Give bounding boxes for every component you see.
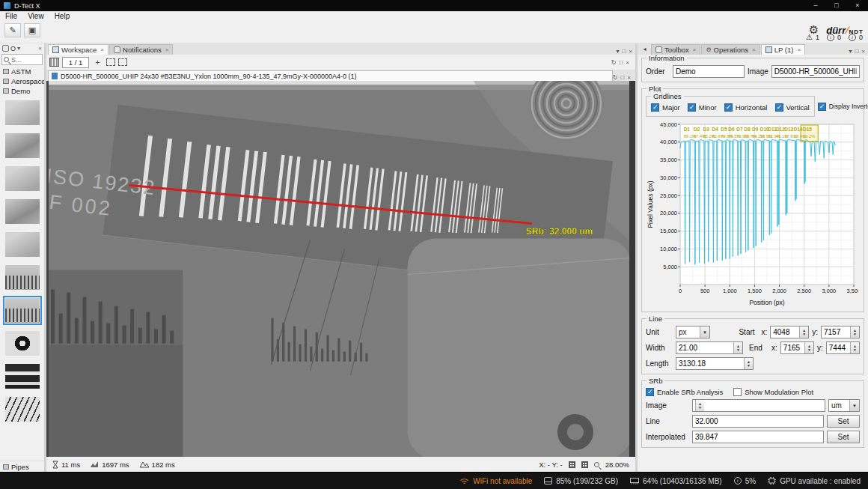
tab-close-icon[interactable]: × bbox=[165, 46, 169, 53]
tab-workspace[interactable]: Workspace × bbox=[48, 44, 109, 55]
end-x-field[interactable]: ▲▼ bbox=[780, 341, 814, 354]
checkbox-display-inverted[interactable]: Display Inverted Values bbox=[818, 96, 860, 117]
tab-close-icon[interactable]: × bbox=[100, 46, 104, 53]
chevron-down-icon[interactable]: ▼ bbox=[849, 400, 859, 411]
gpu-chip-icon bbox=[768, 477, 776, 485]
fit-view-icon[interactable]: □ bbox=[620, 74, 624, 81]
edit-report-button[interactable]: ✎ bbox=[4, 23, 21, 37]
spinner[interactable]: ▲▼ bbox=[804, 342, 813, 353]
menu-view[interactable]: View bbox=[22, 12, 49, 20]
thumbnail-item[interactable] bbox=[3, 165, 42, 192]
panel-float-icon[interactable]: □ bbox=[855, 48, 858, 55]
thumbnail-item[interactable] bbox=[3, 329, 42, 356]
srb-image-select[interactable]: ▲▼ bbox=[692, 399, 825, 412]
spinner[interactable]: ▲▼ bbox=[733, 342, 742, 353]
refresh-icon[interactable]: ↻ bbox=[611, 59, 617, 66]
srb-line-field[interactable] bbox=[692, 415, 824, 428]
workspace-tab-bar: Workspace × Notifications × ▾ □ × bbox=[46, 43, 635, 55]
fit-view-icon[interactable]: □ bbox=[619, 59, 623, 66]
close-icon[interactable]: × bbox=[626, 59, 629, 66]
line-group: Line Unit px ▼ Start x: ▲▼ y: bbox=[641, 318, 864, 374]
refresh-icon[interactable]: ↻ bbox=[613, 74, 618, 81]
tab-close-icon[interactable]: × bbox=[797, 46, 801, 53]
error-counter[interactable]: i 0 bbox=[849, 34, 863, 41]
srb-interpolated-set-button[interactable]: Set bbox=[827, 431, 860, 443]
checkbox-vertical[interactable]: Vertical bbox=[775, 103, 810, 112]
tab-lp[interactable]: LP (1) × bbox=[761, 44, 805, 55]
tree-item-astm[interactable]: ASTM bbox=[0, 67, 44, 76]
thumbnail-item[interactable] bbox=[3, 395, 42, 422]
warning-counter[interactable]: ⚠ 1 bbox=[806, 33, 819, 41]
thumbnail-item[interactable] bbox=[3, 132, 42, 159]
tile-view-icon[interactable] bbox=[581, 461, 588, 468]
checkbox-show-modulation[interactable]: Show Modulation Plot bbox=[733, 388, 813, 396]
scroll-tabs-left-icon[interactable]: ◂ bbox=[639, 43, 650, 55]
start-x-field[interactable]: ▲▼ bbox=[770, 326, 809, 338]
spinner[interactable]: ▲▼ bbox=[850, 342, 859, 353]
image-field[interactable] bbox=[771, 65, 860, 78]
panel-menu-icon[interactable]: ▾ bbox=[616, 48, 619, 55]
tab-notifications[interactable]: Notifications × bbox=[109, 44, 173, 55]
import-image-button[interactable]: ▣ bbox=[24, 23, 40, 37]
chevron-down-icon[interactable]: ▼ bbox=[700, 326, 709, 338]
spinner[interactable]: ▲▼ bbox=[850, 326, 859, 338]
minimize-button[interactable]: – bbox=[805, 0, 826, 11]
tree-item-pipes[interactable]: Pipes bbox=[0, 461, 44, 472]
order-field[interactable] bbox=[673, 65, 745, 78]
checkbox-major[interactable]: Major bbox=[651, 103, 680, 112]
checkbox-horizontal[interactable]: Horizontal bbox=[724, 103, 768, 112]
thumbnail-item[interactable] bbox=[3, 297, 42, 324]
start-y-field[interactable]: ▲▼ bbox=[821, 326, 860, 338]
tab-operations[interactable]: ⚙ Operations × bbox=[701, 44, 760, 55]
length-field[interactable]: ▲▼ bbox=[676, 357, 754, 370]
close-button[interactable]: × bbox=[847, 0, 868, 11]
tools-panel: ◂ Toolbox × ⚙ Operations × LP (1) × ▾ □ … bbox=[638, 43, 868, 472]
thumbnail-item[interactable] bbox=[3, 362, 42, 389]
search-input[interactable]: S... bbox=[1, 54, 43, 65]
tab-close-icon[interactable]: × bbox=[693, 46, 697, 53]
srb-interpolated-field[interactable] bbox=[692, 431, 824, 443]
image-tab[interactable]: D5000-HR_500006_UHIP 24x30 #B3E3NU_Yxlon… bbox=[48, 70, 613, 81]
menu-file[interactable]: File bbox=[0, 12, 22, 20]
thumbnail-item[interactable] bbox=[3, 198, 42, 225]
width-field[interactable]: ▲▼ bbox=[676, 341, 743, 354]
thumbnail-item[interactable] bbox=[3, 264, 42, 291]
thumbnail-item[interactable] bbox=[3, 231, 42, 258]
unit-select[interactable]: px ▼ bbox=[676, 326, 710, 338]
checkbox-enable-srb[interactable]: Enable SRb Analysis bbox=[646, 388, 723, 396]
menu-help[interactable]: Help bbox=[49, 12, 76, 20]
spinner[interactable]: ▲▼ bbox=[799, 326, 808, 338]
panel-close-icon[interactable]: × bbox=[38, 45, 42, 52]
line-profile-plot[interactable]: 05001,0001,5002,0002,5003,0003,5005,0001… bbox=[646, 120, 858, 307]
panel-float-icon[interactable]: □ bbox=[622, 48, 626, 55]
checkbox-minor[interactable]: Minor bbox=[688, 103, 717, 112]
panel-close-icon[interactable]: × bbox=[629, 48, 632, 55]
spinner[interactable]: ▲▼ bbox=[695, 400, 704, 411]
gridlines-group: Gridlines Major Minor Horizontal bbox=[646, 96, 815, 117]
info-counter[interactable]: i 0 bbox=[827, 34, 841, 41]
end-y-field[interactable]: ▲▼ bbox=[826, 341, 860, 354]
chevron-down-icon[interactable]: ▾ bbox=[17, 45, 20, 52]
filmstrip-icon[interactable] bbox=[49, 58, 59, 67]
zoom-level[interactable]: 28.00% bbox=[605, 461, 629, 469]
tab-close-icon[interactable]: × bbox=[752, 46, 756, 53]
close-icon[interactable]: × bbox=[627, 74, 631, 81]
tab-toolbox[interactable]: Toolbox × bbox=[651, 44, 700, 55]
panel-close-icon[interactable]: × bbox=[861, 48, 865, 55]
page-indicator[interactable]: 1 / 1 bbox=[62, 57, 89, 68]
add-page-button[interactable]: + bbox=[92, 57, 103, 68]
browser-header-label: O bbox=[10, 45, 16, 52]
spinner[interactable]: ▲▼ bbox=[744, 358, 753, 369]
srb-unit-select[interactable]: um ▼ bbox=[828, 399, 860, 412]
srb-line-set-button[interactable]: Set bbox=[827, 415, 860, 428]
tree-item-aerospace[interactable]: Aerospace bbox=[0, 76, 44, 86]
maximize-button[interactable]: □ bbox=[826, 0, 847, 11]
image-viewport[interactable]: ISO 19232F 002SRb: 32.000 um bbox=[46, 81, 635, 457]
tree-item-demo[interactable]: Demo bbox=[0, 86, 44, 96]
thumbnail-item[interactable] bbox=[3, 99, 42, 126]
panel-menu-icon[interactable]: ▾ bbox=[849, 48, 852, 55]
marquee-select-icon[interactable] bbox=[106, 58, 115, 66]
svg-text:3,000: 3,000 bbox=[822, 288, 836, 294]
grid-toggle-icon[interactable] bbox=[569, 461, 575, 468]
crop-icon[interactable] bbox=[118, 58, 127, 66]
